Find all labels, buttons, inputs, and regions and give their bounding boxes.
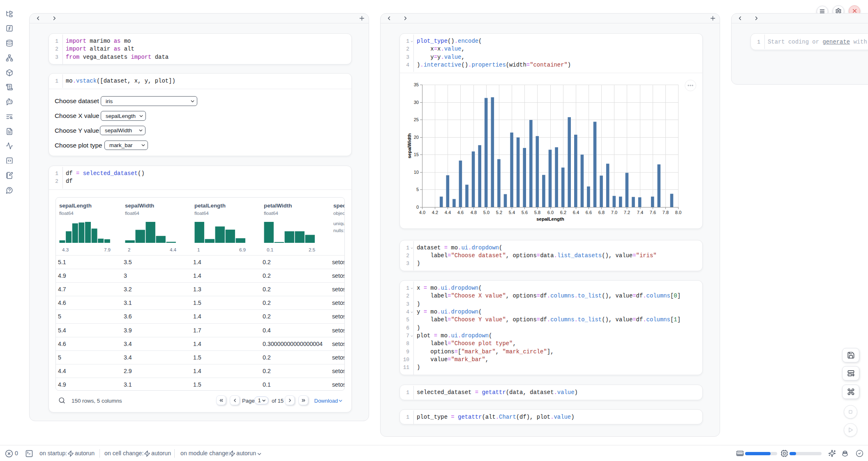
- svg-text:15: 15: [414, 152, 419, 157]
- svg-text:4.4: 4.4: [445, 210, 451, 215]
- svg-text:6.0: 6.0: [547, 210, 554, 215]
- svg-text:6.8: 6.8: [598, 210, 605, 215]
- svg-text:7.4: 7.4: [637, 210, 643, 215]
- svg-text:10: 10: [414, 170, 419, 175]
- svg-text:6.4: 6.4: [573, 210, 579, 215]
- svg-text:5.8: 5.8: [534, 210, 540, 215]
- svg-text:sepalLength: sepalLength: [536, 217, 564, 221]
- svg-text:25: 25: [414, 117, 419, 122]
- svg-text:4.0: 4.0: [419, 210, 425, 215]
- svg-text:4.8: 4.8: [471, 210, 477, 215]
- svg-text:7.0: 7.0: [611, 210, 617, 215]
- svg-text:8.0: 8.0: [675, 210, 681, 215]
- svg-text:6.6: 6.6: [586, 210, 592, 215]
- svg-text:5.2: 5.2: [496, 210, 502, 215]
- svg-text:6.2: 6.2: [560, 210, 566, 215]
- svg-text:35: 35: [414, 82, 419, 87]
- svg-text:5.0: 5.0: [483, 210, 489, 215]
- svg-text:7.6: 7.6: [650, 210, 656, 215]
- svg-text:20: 20: [414, 135, 419, 140]
- svg-text:7.8: 7.8: [663, 210, 669, 215]
- svg-text:sepalWidth: sepalWidth: [407, 133, 412, 158]
- svg-text:30: 30: [414, 100, 419, 105]
- svg-text:5: 5: [416, 187, 419, 192]
- svg-text:7.2: 7.2: [624, 210, 630, 215]
- svg-text:5.4: 5.4: [509, 210, 515, 215]
- svg-text:4.2: 4.2: [432, 210, 438, 215]
- svg-text:5.6: 5.6: [522, 210, 528, 215]
- svg-text:4.6: 4.6: [457, 210, 464, 215]
- svg-text:0: 0: [416, 205, 419, 210]
